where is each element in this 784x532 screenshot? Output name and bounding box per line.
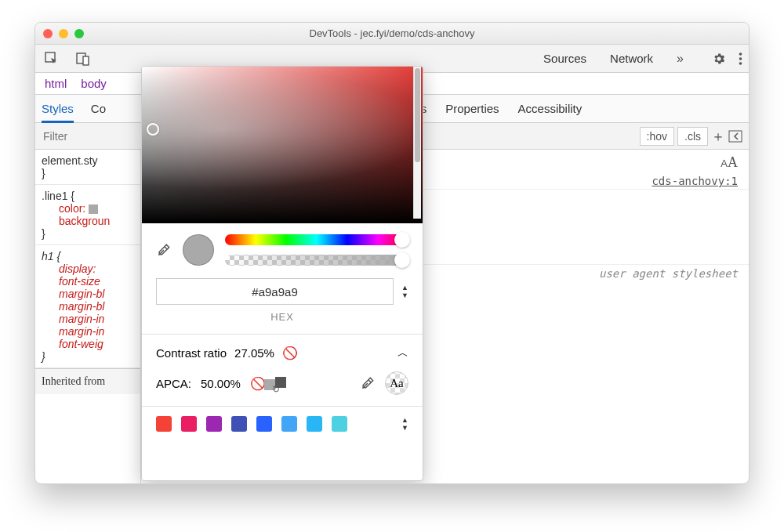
styles-rules-panel: element.sty } .line1 { color: backgroun … [35, 150, 141, 483]
font-aa-icon[interactable]: AA [720, 154, 738, 171]
current-color-preview [183, 234, 214, 266]
apca-label: APCA: [156, 377, 191, 390]
tab-sources[interactable]: Sources [542, 52, 588, 66]
user-agent-stylesheet-label: user agent stylesheet [599, 267, 738, 280]
prop-font-weight[interactable]: font-weig [42, 338, 134, 350]
apca-value: 50.00% [201, 377, 241, 390]
contrast-ratio-label: Contrast ratio [156, 346, 227, 360]
svg-rect-2 [83, 56, 89, 65]
tab-accessibility[interactable]: Accessibility [518, 102, 583, 115]
hue-thumb[interactable] [394, 232, 410, 248]
alpha-slider[interactable] [225, 255, 408, 266]
color-picker-popup: ▲▼ HEX Contrast ratio 27.05% 🚫 ︿ APCA: 5… [141, 66, 423, 481]
more-tabs-icon[interactable]: » [675, 52, 685, 66]
inspect-element-icon[interactable] [42, 49, 62, 68]
swatch-3[interactable] [206, 416, 222, 432]
titlebar: DevTools - jec.fyi/demo/cds-anchovy [35, 23, 749, 45]
alpha-thumb[interactable] [394, 252, 410, 268]
swatch-1[interactable] [156, 416, 172, 432]
eyedropper-icon[interactable] [156, 242, 172, 258]
rule-element-style[interactable]: element.sty [42, 154, 134, 167]
apca-fail-icon: 🚫 [250, 376, 266, 391]
picker-scrollbar[interactable] [413, 67, 421, 219]
cls-toggle[interactable]: .cls [677, 127, 708, 146]
palette-swatches: ▲▼ [142, 406, 423, 441]
hue-slider[interactable] [225, 234, 408, 245]
contrast-preview-badge: Aa [385, 371, 408, 395]
sidebar-toggle-icon[interactable] [728, 130, 742, 143]
tab-network[interactable]: Network [608, 52, 655, 66]
svg-point-5 [739, 62, 742, 65]
contrast-fail-icon: 🚫 [282, 346, 298, 360]
format-spinner[interactable]: ▲▼ [401, 284, 408, 299]
saturation-value-area[interactable] [142, 67, 423, 223]
tab-properties[interactable]: Properties [445, 102, 499, 115]
swap-colors-icon[interactable]: ↻ [275, 377, 283, 390]
breadcrumb-body[interactable]: body [81, 77, 107, 90]
svg-point-3 [739, 52, 742, 56]
swatch-6[interactable] [281, 416, 297, 432]
tab-computed-cut[interactable]: Co [91, 102, 106, 115]
prop-margin-block-2[interactable]: margin-bl [42, 300, 134, 313]
prop-color[interactable]: color: [42, 202, 134, 215]
breadcrumb-html[interactable]: html [45, 77, 67, 90]
prop-margin-inline-1[interactable]: margin-in [42, 313, 134, 325]
swatch-5[interactable] [256, 416, 272, 432]
tab-styles[interactable]: Styles [42, 102, 74, 123]
new-style-rule-button[interactable]: ＋ [711, 127, 725, 146]
source-link[interactable]: cds-anchovy:1 [652, 175, 738, 187]
bg-eyedropper-icon[interactable] [360, 375, 376, 391]
svg-point-4 [739, 57, 742, 60]
swatch-7[interactable] [307, 416, 322, 432]
prop-background[interactable]: backgroun [42, 215, 134, 227]
devtools-window: DevTools - jec.fyi/demo/cds-anchovy Sour… [34, 22, 750, 484]
swatch-8[interactable] [332, 416, 347, 432]
inherited-from-label: Inherited from [35, 368, 140, 394]
contrast-expand-icon[interactable]: ︿ [397, 346, 408, 360]
kebab-menu-icon[interactable] [739, 52, 742, 66]
prop-margin-block-1[interactable]: margin-bl [42, 288, 134, 300]
settings-gear-icon[interactable] [712, 52, 726, 66]
color-swatch-icon[interactable] [89, 204, 98, 214]
device-toolbar-icon[interactable] [73, 49, 93, 68]
swatch-2[interactable] [181, 416, 197, 432]
prop-margin-inline-2[interactable]: margin-in [42, 325, 134, 338]
rule-line1-selector[interactable]: .line1 { [42, 190, 134, 202]
prop-display[interactable]: display: [42, 262, 134, 275]
prop-font-size[interactable]: font-size [42, 275, 134, 288]
swatch-4[interactable] [231, 416, 247, 432]
hov-toggle[interactable]: :hov [640, 127, 674, 146]
window-title: DevTools - jec.fyi/demo/cds-anchovy [35, 27, 749, 39]
hex-input[interactable] [156, 278, 394, 305]
hex-label: HEX [142, 311, 423, 323]
color-cursor[interactable] [147, 123, 159, 136]
contrast-ratio-value: 27.05% [234, 346, 274, 360]
palette-spinner[interactable]: ▲▼ [401, 417, 408, 431]
rule-h1-selector[interactable]: h1 { [42, 250, 134, 262]
